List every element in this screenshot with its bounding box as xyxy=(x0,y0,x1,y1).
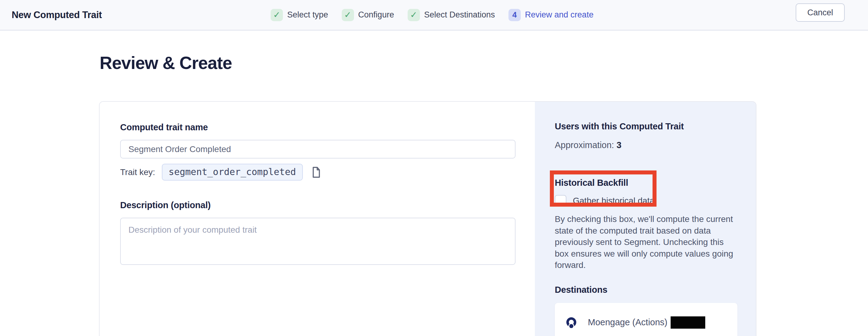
step-select-destinations[interactable]: ✓ Select Destinations xyxy=(408,9,495,21)
step-select-type[interactable]: ✓ Select type xyxy=(271,9,328,21)
window-title: New Computed Trait xyxy=(12,0,102,30)
computed-trait-name-label: Computed trait name xyxy=(120,122,516,132)
destination-card[interactable]: Moengage (Actions) xyxy=(555,303,738,336)
approximation-row: Approximation: 3 xyxy=(555,140,738,150)
step-number-badge: 4 xyxy=(508,9,521,21)
review-card: Computed trait name Trait key: segment_o… xyxy=(99,101,756,336)
trait-form-section: Computed trait name Trait key: segment_o… xyxy=(100,102,535,336)
description-label: Description (optional) xyxy=(120,200,516,210)
backfill-description: By checking this box, we'll compute the … xyxy=(555,213,738,271)
approximation-label: Approximation: xyxy=(555,140,614,150)
approximation-value: 3 xyxy=(617,140,622,150)
check-icon: ✓ xyxy=(408,9,420,21)
step-review-and-create[interactable]: 4 Review and create xyxy=(508,9,594,21)
check-icon: ✓ xyxy=(271,9,283,21)
gather-historical-data-row: Gather historical data xyxy=(555,195,738,207)
moengage-logo-icon xyxy=(566,317,577,328)
description-textarea[interactable] xyxy=(120,218,516,265)
cancel-button[interactable]: Cancel xyxy=(796,3,845,22)
step-label: Review and create xyxy=(525,10,594,20)
destinations-heading: Destinations xyxy=(555,285,738,295)
top-bar: New Computed Trait ✓ Select type ✓ Confi… xyxy=(0,0,868,31)
step-label: Select Destinations xyxy=(424,10,495,20)
wizard-steps: ✓ Select type ✓ Configure ✓ Select Desti… xyxy=(271,0,593,30)
check-icon: ✓ xyxy=(342,9,354,21)
computed-trait-name-input[interactable] xyxy=(120,140,516,158)
step-label: Configure xyxy=(358,10,394,20)
page-title: Review & Create xyxy=(100,53,232,73)
users-heading: Users with this Computed Trait xyxy=(555,121,738,131)
copy-icon[interactable] xyxy=(312,167,320,178)
step-label: Select type xyxy=(287,10,328,20)
redaction-box xyxy=(671,316,705,329)
trait-key-value: segment_order_completed xyxy=(162,164,303,181)
step-configure[interactable]: ✓ Configure xyxy=(342,9,394,21)
gather-historical-data-checkbox[interactable] xyxy=(555,195,566,207)
gather-historical-data-label: Gather historical data xyxy=(573,196,654,206)
trait-key-label: Trait key: xyxy=(120,167,155,177)
summary-panel: Users with this Computed Trait Approxima… xyxy=(535,102,756,336)
trait-key-row: Trait key: segment_order_completed xyxy=(120,164,516,181)
historical-backfill-heading: Historical Backfill xyxy=(555,178,738,188)
destination-name: Moengage (Actions) xyxy=(588,317,668,328)
